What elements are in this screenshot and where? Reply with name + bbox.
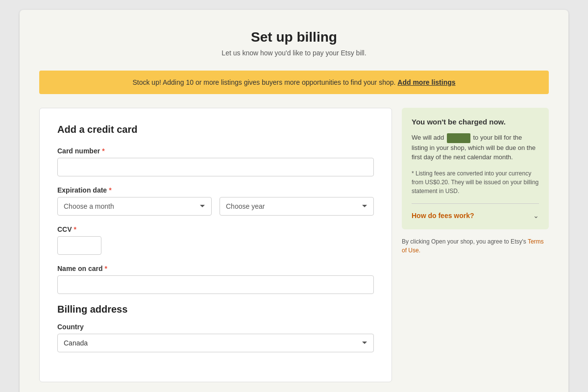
form-card: Add a credit card Card number * Expirati… — [39, 108, 392, 382]
info-box-note: * Listing fees are converted into your c… — [412, 169, 539, 196]
expiration-label: Expiration date * — [57, 186, 374, 194]
banner-text: Stock up! Adding 10 or more listings giv… — [132, 78, 395, 86]
billing-section-title: Billing address — [57, 304, 374, 315]
card-section-title: Add a credit card — [57, 124, 374, 135]
chevron-down-icon: ⌄ — [533, 212, 539, 220]
required-indicator: * — [74, 225, 76, 233]
card-number-input[interactable] — [57, 158, 374, 176]
month-select[interactable]: Choose a month JanuaryFebruaryMarchApril… — [57, 197, 212, 216]
info-box: You won't be charged now. We will add to… — [402, 108, 549, 229]
name-input[interactable] — [57, 275, 374, 294]
fees-link[interactable]: How do fees work? — [412, 212, 474, 220]
page-title: Set up billing — [39, 29, 549, 45]
main-row: Add a credit card Card number * Expirati… — [39, 108, 549, 382]
ccv-label: CCV * — [57, 225, 374, 233]
country-group: Country Canada United States United King… — [57, 323, 374, 352]
country-label: Country — [57, 323, 374, 331]
page-header: Set up billing Let us know how you'd lik… — [39, 29, 549, 57]
sidebar: You won't be charged now. We will add to… — [402, 108, 549, 255]
expiration-group: Expiration date * Choose a month January… — [57, 186, 374, 216]
promo-banner: Stock up! Adding 10 or more listings giv… — [39, 71, 549, 94]
card-number-group: Card number * — [57, 147, 374, 176]
required-indicator: * — [109, 186, 111, 194]
page-container: Set up billing Let us know how you'd lik… — [20, 10, 568, 392]
year-select[interactable]: Choose year 2024202520262027202820292030… — [220, 197, 374, 216]
name-label: Name on card * — [57, 265, 374, 272]
name-group: Name on card * — [57, 265, 374, 294]
add-listings-link[interactable]: Add more listings — [397, 78, 455, 86]
country-select[interactable]: Canada United States United Kingdom Aust… — [57, 334, 374, 352]
page-subtitle: Let us know how you'd like to pay your E… — [39, 49, 549, 57]
redacted-value — [447, 133, 470, 143]
card-number-label: Card number * — [57, 147, 374, 155]
ccv-group: CCV * — [57, 225, 374, 255]
divider — [412, 203, 539, 204]
info-box-title: You won't be charged now. — [412, 118, 539, 126]
required-indicator: * — [102, 147, 104, 155]
fees-row: How do fees work? ⌄ — [412, 212, 539, 220]
ccv-input[interactable] — [57, 236, 101, 255]
info-box-body: We will add to your bill for the listing… — [412, 133, 539, 162]
expiry-row: Choose a month JanuaryFebruaryMarchApril… — [57, 197, 374, 216]
terms-text: By clicking Open your shop, you agree to… — [402, 237, 549, 255]
required-indicator: * — [105, 265, 107, 272]
